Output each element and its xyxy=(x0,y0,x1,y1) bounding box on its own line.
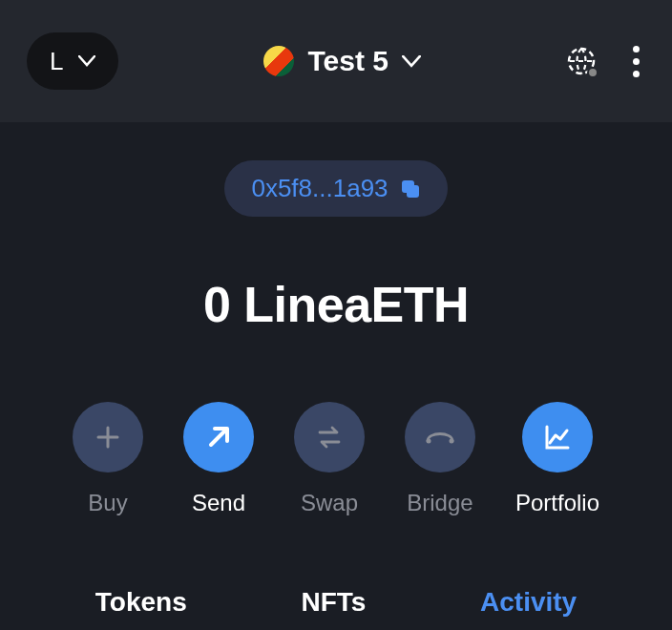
account-selector[interactable]: Test 5 xyxy=(263,45,420,77)
main-content: 0x5f8...1a93 0 LineaETH Buy Send xyxy=(0,122,672,630)
address-copy-button[interactable]: 0x5f8...1a93 xyxy=(224,160,447,217)
send-button[interactable]: Send xyxy=(183,402,254,516)
tab-nfts[interactable]: NFTs xyxy=(282,576,385,630)
portfolio-button[interactable]: Portfolio xyxy=(515,402,599,516)
swap-icon xyxy=(313,421,346,453)
svg-rect-3 xyxy=(407,185,419,198)
tabs: Tokens NFTs Activity xyxy=(0,576,672,630)
connection-status-button[interactable] xyxy=(566,46,597,76)
header-right xyxy=(566,40,645,83)
action-label: Buy xyxy=(88,490,127,516)
action-label: Portfolio xyxy=(515,490,599,516)
chevron-down-icon xyxy=(402,55,421,68)
buy-button[interactable]: Buy xyxy=(73,402,143,516)
menu-button[interactable] xyxy=(627,40,645,83)
tab-tokens[interactable]: Tokens xyxy=(76,576,206,630)
bridge-button[interactable]: Bridge xyxy=(405,402,475,516)
svg-point-5 xyxy=(449,439,453,444)
action-label: Bridge xyxy=(407,490,472,516)
dot-icon xyxy=(633,58,640,65)
action-circle xyxy=(73,402,143,472)
chart-line-icon xyxy=(540,420,575,454)
action-row: Buy Send Swap xyxy=(73,402,599,516)
arrow-up-right-icon xyxy=(202,421,235,453)
action-label: Send xyxy=(192,490,245,516)
svg-point-4 xyxy=(426,439,430,444)
network-selector[interactable]: L xyxy=(27,32,118,90)
action-circle xyxy=(294,402,365,472)
chevron-down-icon xyxy=(78,55,95,67)
tab-activity[interactable]: Activity xyxy=(461,576,596,630)
action-circle xyxy=(522,402,593,472)
network-letter: L xyxy=(50,47,63,76)
dot-icon xyxy=(633,71,640,77)
header: L Test 5 xyxy=(0,0,672,122)
balance-display: 0 LineaETH xyxy=(203,276,469,333)
swap-button[interactable]: Swap xyxy=(294,402,365,516)
wallet-address: 0x5f8...1a93 xyxy=(251,174,388,203)
dot-icon xyxy=(633,46,640,52)
plus-icon xyxy=(93,422,123,452)
account-name: Test 5 xyxy=(307,45,388,77)
action-label: Swap xyxy=(301,490,358,516)
copy-icon xyxy=(400,178,421,200)
action-circle xyxy=(183,402,254,472)
status-dot-icon xyxy=(587,67,598,78)
account-avatar xyxy=(263,46,294,76)
bridge-icon xyxy=(423,420,457,454)
action-circle xyxy=(405,402,475,472)
